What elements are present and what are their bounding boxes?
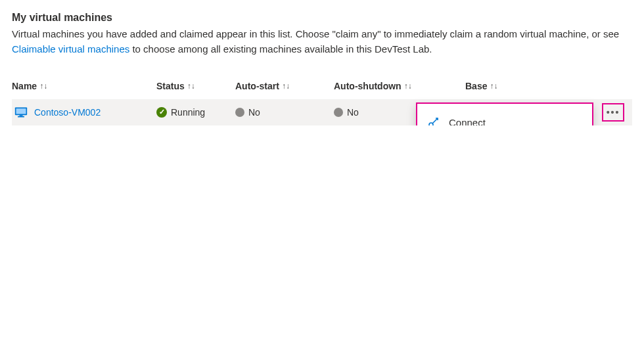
- col-base-label: Base: [465, 81, 487, 91]
- col-status[interactable]: Status ↑↓: [156, 81, 235, 91]
- status-text: Running: [171, 107, 205, 118]
- col-base[interactable]: Base ↑↓: [465, 81, 597, 91]
- svg-rect-2: [20, 115, 23, 116]
- autostart-off-icon: [235, 108, 244, 117]
- svg-rect-3: [18, 116, 24, 117]
- autoshutdown-text: No: [347, 107, 359, 118]
- col-name[interactable]: Name ↑↓: [12, 81, 156, 91]
- table-header-row: Name ↑↓ Status ↑↓ Auto-start ↑↓ Auto-shu…: [12, 73, 632, 99]
- menu-connect-label: Connect: [449, 117, 486, 125]
- vm-icon: [14, 106, 28, 119]
- sort-icon: ↑↓: [490, 81, 497, 91]
- description-text-before: Virtual machines you have added and clai…: [12, 28, 619, 39]
- row-more-button[interactable]: •••: [602, 103, 624, 122]
- col-autoshutdown-label: Auto-shutdown: [334, 81, 402, 91]
- autoshutdown-off-icon: [334, 108, 343, 117]
- col-name-label: Name: [12, 81, 37, 91]
- autostart-text: No: [248, 107, 260, 118]
- svg-rect-1: [16, 108, 26, 114]
- col-status-label: Status: [156, 81, 185, 91]
- col-autostart[interactable]: Auto-start ↑↓: [235, 81, 334, 91]
- vm-context-menu: Connect Restart Stop: [416, 102, 593, 125]
- sort-icon: ↑↓: [39, 81, 47, 91]
- vm-table: Name ↑↓ Status ↑↓ Auto-start ↑↓ Auto-shu…: [12, 73, 632, 125]
- vm-name-link[interactable]: Contoso-VM002: [34, 107, 101, 118]
- table-row[interactable]: Contoso-VM002 ✓ Running No No •••: [12, 99, 632, 125]
- description-text-after: to choose among all existing machines av…: [132, 43, 432, 55]
- menu-connect[interactable]: Connect: [417, 108, 592, 125]
- connect-icon: [426, 116, 440, 125]
- status-running-icon: ✓: [156, 107, 167, 118]
- sort-icon: ↑↓: [282, 81, 290, 91]
- section-description: Virtual machines you have added and clai…: [12, 26, 626, 57]
- col-autoshutdown[interactable]: Auto-shutdown ↑↓: [334, 81, 465, 91]
- claimable-vms-link[interactable]: Claimable virtual machines: [12, 43, 129, 55]
- ellipsis-icon: •••: [607, 107, 620, 118]
- sort-icon: ↑↓: [404, 81, 412, 91]
- col-autostart-label: Auto-start: [235, 81, 279, 91]
- sort-icon: ↑↓: [187, 81, 195, 91]
- section-title: My virtual machines: [12, 12, 632, 24]
